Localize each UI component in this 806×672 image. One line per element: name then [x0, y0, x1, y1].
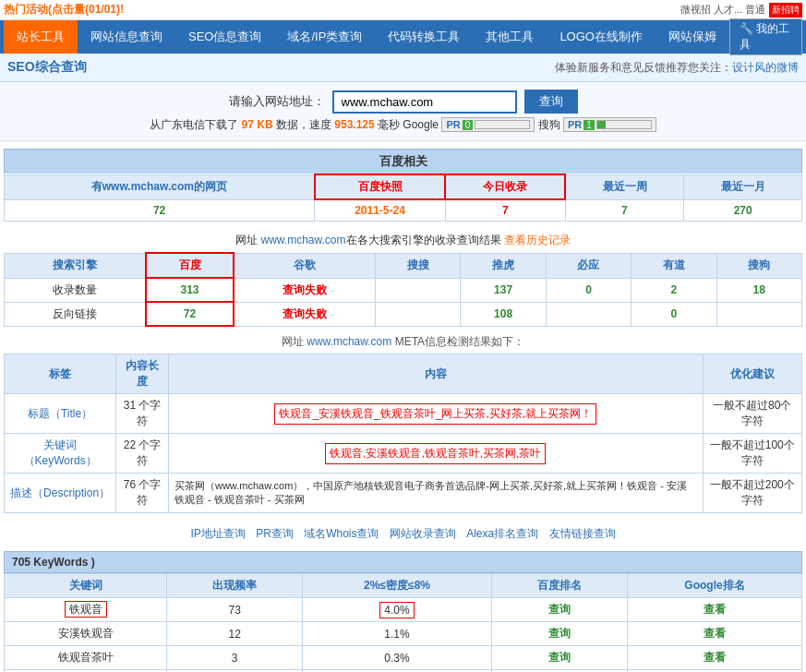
baidu-table: 有www.mchaw.com的网页 百度快照 今日收录 最近一周 最近一月 72…: [4, 174, 802, 222]
inclusion-sougou-backlink: [716, 302, 801, 326]
meta-title-tag: 标题（Title）: [5, 394, 116, 434]
kw-1-keyword: 铁观音: [5, 598, 167, 622]
meta-header-length: 内容长度: [116, 354, 169, 394]
baidu-col5-value: 270: [684, 199, 802, 222]
kw-1-density: 4.0%: [303, 598, 492, 622]
kw-1-freq: 73: [167, 598, 303, 622]
kw-1-baidu[interactable]: 查询: [491, 598, 627, 622]
nav-item-website-info[interactable]: 网站信息查询: [78, 20, 175, 54]
meta-title-content: 铁观音_安溪铁观音_铁观音茶叶_网上买茶,买好茶,就上买茶网！: [168, 394, 703, 434]
banner-links: 微视招 人才... 普通 新招聘: [680, 3, 802, 18]
kw-header-google: Google排名: [628, 574, 802, 598]
inclusion-header-baidu: 百度: [146, 253, 234, 278]
meta-title-suggestion: 一般不超过80个字符: [703, 394, 801, 434]
keywords-table: 关键词 出现频率 2%≤密度≤8% 百度排名 Google排名 铁观音 73 4…: [4, 573, 802, 672]
nav-item-logo[interactable]: LOGO在线制作: [547, 20, 656, 54]
inclusion-row2-label: 反向链接: [5, 302, 147, 326]
kw-1-google[interactable]: 查看: [628, 598, 802, 622]
baidu-section-header: 百度相关: [4, 149, 802, 174]
baidu-col5-header: 最近一月: [684, 174, 802, 199]
inclusion-soso-backlink: [376, 302, 461, 326]
nav-item-website-nanny[interactable]: 网站保姆: [656, 20, 729, 54]
query-button[interactable]: 查询: [524, 90, 578, 114]
kw-header-density: 2%≤密度≤8%: [303, 574, 492, 598]
meta-url: www.mchaw.com: [307, 335, 391, 348]
baidu-col3-header: 今日收录: [445, 174, 565, 199]
baidu-section: 百度相关 有www.mchaw.com的网页 百度快照 今日收录 最近一周 最近…: [4, 149, 802, 222]
pr-google: PR 0: [441, 117, 535, 132]
baidu-col1-value: 72: [5, 199, 315, 222]
weibo-link[interactable]: 设计风的微博: [732, 61, 799, 74]
inclusion-youdao-backlink: 0: [632, 302, 716, 326]
meta-keywords-suggestion: 一般不超过100个字符: [703, 434, 801, 474]
meta-keywords-length: 22 个字符: [116, 434, 169, 474]
pr-sougou: PR 1: [563, 117, 656, 132]
page-header-right: 体验新服务和意见反馈推荐您关注：设计风的微博: [555, 60, 799, 76]
meta-header-suggestion: 优化建议: [703, 354, 801, 394]
link-ip[interactable]: IP地址查询: [190, 527, 245, 540]
kw-3-baidu[interactable]: 查询: [491, 646, 627, 670]
kw-2-baidu[interactable]: 查询: [491, 622, 627, 646]
link-inclusion[interactable]: 网站收录查询: [390, 527, 456, 540]
inclusion-bing-backlink: [546, 302, 631, 326]
inclusion-youdao-count: 2: [632, 278, 716, 302]
query-area: 请输入网站地址： 查询 从广东电信下载了 97 KB 数据，速度 953.125…: [0, 82, 806, 141]
inclusion-url: www.mchaw.com: [260, 234, 345, 246]
meta-desc-tag: 描述（Description）: [5, 474, 116, 513]
baidu-col2-header: 百度快照: [315, 174, 446, 199]
meta-intro: 网址 www.mchaw.com META信息检测结果如下：: [4, 334, 802, 350]
baidu-col3-value: 7: [445, 199, 565, 222]
inclusion-baidu-count: 313: [146, 278, 234, 302]
nav-item-seo-info[interactable]: SEO信息查询: [175, 20, 274, 54]
nav-item-code-convert[interactable]: 代码转换工具: [375, 20, 473, 54]
kw-3-google[interactable]: 查看: [628, 646, 802, 670]
link-pr[interactable]: PR查询: [256, 527, 294, 540]
link-friends[interactable]: 友情链接查询: [549, 527, 616, 540]
inclusion-row1-label: 收录数量: [5, 278, 147, 302]
baidu-col4-value: 7: [565, 199, 684, 222]
nav-item-zhangzhang[interactable]: 站长工具: [4, 20, 78, 54]
top-banner: 热门活动(点击量(01/01)! 微视招 人才... 普通 新招聘: [0, 0, 806, 20]
kw-3-freq: 3: [167, 646, 303, 670]
banner-link1[interactable]: 微视招 人才... 普通: [680, 3, 765, 17]
query-info: 从广东电信下载了 97 KB 数据，速度 953.125 毫秒 Google P…: [0, 117, 806, 133]
inclusion-header-soso: 搜搜: [376, 253, 461, 278]
nav-item-other-tools[interactable]: 其他工具: [473, 20, 547, 54]
meta-table: 标签 内容长度 内容 优化建议 标题（Title） 31 个字符 铁观音_安溪铁…: [4, 354, 802, 513]
inclusion-tuihu-backlink: 108: [461, 302, 546, 326]
history-link[interactable]: 查看历史记录: [504, 234, 571, 246]
inclusion-header-youdao: 有道: [632, 253, 716, 278]
meta-title-length: 31 个字符: [116, 394, 169, 434]
keywords-header: 705 KeyWords ): [4, 551, 802, 573]
meta-desc-suggestion: 一般不超过200个字符: [703, 474, 801, 513]
meta-header-content: 内容: [168, 354, 703, 394]
link-whois[interactable]: 域名Whois查询: [304, 527, 379, 540]
kw-row-1: 铁观音 73 4.0% 查询 查看: [5, 598, 802, 622]
kw-3-density: 0.3%: [303, 646, 492, 670]
meta-header-tag: 标签: [5, 354, 116, 394]
query-input[interactable]: [332, 90, 517, 114]
inclusion-tuihu-count: 137: [461, 278, 546, 302]
inclusion-soso-count: [376, 278, 461, 302]
inclusion-google-backlink: 查询失败: [234, 302, 376, 326]
my-tools-button[interactable]: 🔧 我的工具: [729, 18, 802, 55]
meta-desc-content: 买茶网（www.mchaw.com），中国原产地核铁观音电子商务首选品牌-网上买…: [168, 474, 703, 513]
navbar: 站长工具 网站信息查询 SEO信息查询 域名/IP类查询 代码转换工具 其他工具…: [0, 20, 806, 54]
meta-keywords-tag: 关键词（KeyWords）: [5, 434, 116, 474]
query-label: 请输入网站地址：: [229, 93, 325, 110]
page-title: SEO综合查询: [7, 59, 87, 76]
link-alexa[interactable]: Alexa排名查询: [466, 527, 538, 540]
kw-header-freq: 出现频率: [167, 574, 303, 598]
nav-item-domain-ip[interactable]: 域名/IP类查询: [274, 20, 375, 54]
page-header: SEO综合查询 体验新服务和意见反馈推荐您关注：设计风的微博: [0, 54, 806, 82]
kw-2-google[interactable]: 查看: [628, 622, 802, 646]
kw-3-keyword: 铁观音茶叶: [5, 646, 167, 670]
kw-2-density: 1.1%: [303, 622, 492, 646]
kw-row-3: 铁观音茶叶 3 0.3% 查询 查看: [5, 646, 802, 670]
kw-2-freq: 12: [167, 622, 303, 646]
inclusion-header-sougou: 搜狗: [716, 253, 801, 278]
inclusion-header-bing: 必应: [546, 253, 631, 278]
new-badge[interactable]: 新招聘: [769, 3, 802, 18]
link-bar: IP地址查询 PR查询 域名Whois查询 网站收录查询 Alexa排名查询 友…: [0, 521, 806, 547]
kw-row-2: 安溪铁观音 12 1.1% 查询 查看: [5, 622, 802, 646]
